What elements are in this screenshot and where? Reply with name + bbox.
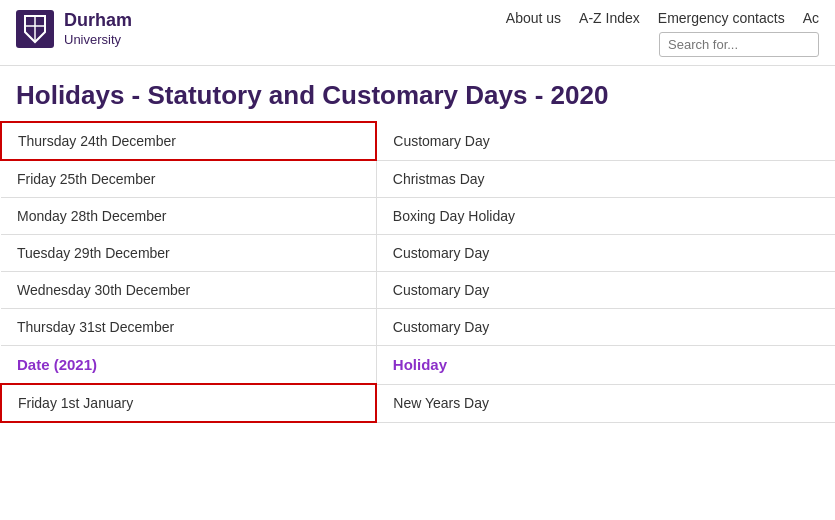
nav-about[interactable]: About us bbox=[506, 10, 561, 26]
table-cell-holiday: Customary Day bbox=[376, 122, 835, 160]
table-cell-date: Thursday 24th December bbox=[1, 122, 376, 160]
table-cell-date: Monday 28th December bbox=[1, 198, 376, 235]
logo-text: Durham University bbox=[64, 10, 132, 47]
table-cell-holiday: Customary Day bbox=[376, 309, 835, 346]
table-cell-date: Friday 1st January bbox=[1, 384, 376, 422]
table-cell-holiday: New Years Day bbox=[376, 384, 835, 422]
holidays-table: Thursday 24th DecemberCustomary DayFrida… bbox=[0, 121, 835, 423]
table-row: Date (2021)Holiday bbox=[1, 346, 835, 385]
table-cell-holiday: Customary Day bbox=[376, 272, 835, 309]
table-cell-holiday: Customary Day bbox=[376, 235, 835, 272]
table-row: Thursday 24th DecemberCustomary Day bbox=[1, 122, 835, 160]
page-title: Holidays - Statutory and Customary Days … bbox=[0, 66, 835, 121]
table-cell-date: Wednesday 30th December bbox=[1, 272, 376, 309]
table-cell-date: Tuesday 29th December bbox=[1, 235, 376, 272]
nav-emergency[interactable]: Emergency contacts bbox=[658, 10, 785, 26]
table-row: Wednesday 30th DecemberCustomary Day bbox=[1, 272, 835, 309]
nav-ac[interactable]: Ac bbox=[803, 10, 819, 26]
table-row: Thursday 31st DecemberCustomary Day bbox=[1, 309, 835, 346]
logo-area: Durham University bbox=[16, 10, 132, 48]
university-name: Durham bbox=[64, 10, 132, 32]
table-row: Tuesday 29th DecemberCustomary Day bbox=[1, 235, 835, 272]
search-input[interactable] bbox=[659, 32, 819, 57]
table-cell-holiday: Christmas Day bbox=[376, 160, 835, 198]
university-sub: University bbox=[64, 32, 132, 48]
header-nav: About us A-Z Index Emergency contacts Ac bbox=[506, 10, 819, 26]
durham-logo-icon bbox=[16, 10, 54, 48]
nav-az-index[interactable]: A-Z Index bbox=[579, 10, 640, 26]
header-right: About us A-Z Index Emergency contacts Ac bbox=[506, 10, 819, 57]
table-cell-date: Thursday 31st December bbox=[1, 309, 376, 346]
table-cell-holiday: Holiday bbox=[376, 346, 835, 385]
header: Durham University About us A-Z Index Eme… bbox=[0, 0, 835, 66]
table-cell-date: Date (2021) bbox=[1, 346, 376, 385]
table-row: Monday 28th DecemberBoxing Day Holiday bbox=[1, 198, 835, 235]
table-row: Friday 1st JanuaryNew Years Day bbox=[1, 384, 835, 422]
table-row: Friday 25th DecemberChristmas Day bbox=[1, 160, 835, 198]
table-cell-date: Friday 25th December bbox=[1, 160, 376, 198]
table-cell-holiday: Boxing Day Holiday bbox=[376, 198, 835, 235]
